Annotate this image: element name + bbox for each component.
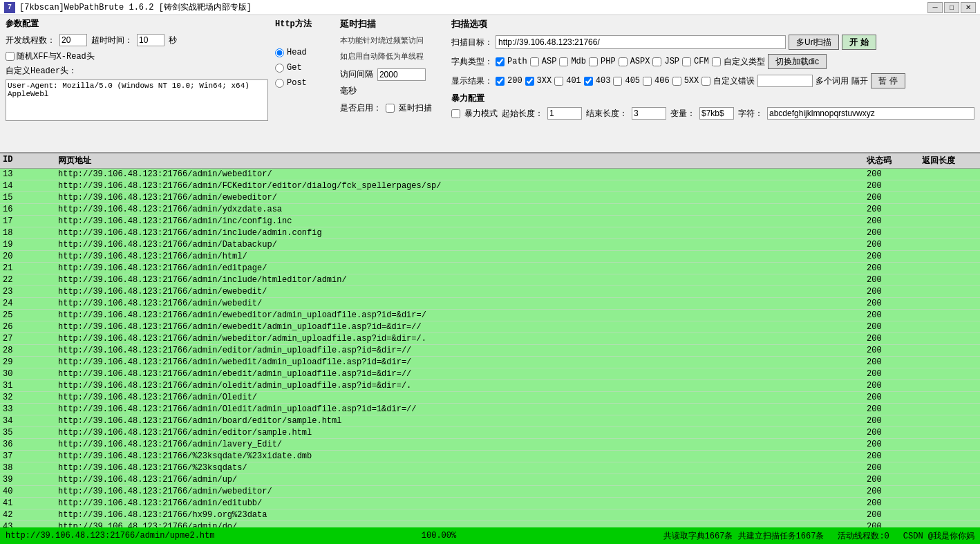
table-row[interactable]: 19 http://39.106.48.123:21766/admin/Data… [0, 239, 980, 251]
start-len-input[interactable] [547, 107, 582, 120]
delay-enable-checkbox[interactable] [386, 104, 395, 113]
table-row[interactable]: 31 http://39.106.48.123:21766/admin/oled… [0, 380, 980, 392]
table-row[interactable]: 42 http://39.106.48.123:21766/hx99.org%2… [0, 509, 980, 521]
table-row[interactable]: 26 http://39.106.48.123:21766/admin/eweb… [0, 321, 980, 333]
radio-get: Get [275, 63, 333, 73]
table-row[interactable]: 28 http://39.106.48.123:21766/admin/edit… [0, 345, 980, 357]
row-id: 20 [3, 252, 58, 261]
scan-options-section: 扫描选项 扫描目标： 多Url扫描 开 始 字典类型： Path ASP Mdb [451, 18, 974, 149]
dict-type-row: 字典类型： Path ASP Mdb PHP ASPX JSP CFM [451, 54, 974, 69]
radio-post-input[interactable] [275, 79, 284, 88]
table-row[interactable]: 40 http://39.106.48.123:21766/admin/webe… [0, 486, 980, 498]
result-3xx-checkbox[interactable] [525, 77, 534, 86]
table-row[interactable]: 27 http://39.106.48.123:21766/admin/webe… [0, 333, 980, 345]
status-bar: http://39.106.48.123:21766/admin/upme2.h… [0, 527, 980, 544]
result-406-label: 406 [654, 76, 670, 86]
row-status: 200 [867, 498, 922, 508]
dict-path-checkbox[interactable] [496, 57, 505, 66]
row-length [922, 275, 977, 285]
table-row[interactable]: 43 http://39.106.48.123:21766/admin/do/ … [0, 521, 980, 527]
table-row[interactable]: 30 http://39.106.48.123:21766/admin/ebed… [0, 368, 980, 380]
result-403-label: 403 [596, 76, 611, 86]
radio-get-input[interactable] [275, 64, 284, 73]
status-watermark: CSDN @我是你你妈 [903, 530, 974, 542]
start-button[interactable]: 开 始 [842, 35, 876, 50]
table-row[interactable]: 14 http://39.106.48.123:21766/admin/FCKe… [0, 180, 980, 192]
dict-cfm-checkbox[interactable] [682, 57, 691, 66]
table-row[interactable]: 25 http://39.106.48.123:21766/admin/eweb… [0, 310, 980, 321]
table-row[interactable]: 17 http://39.106.48.123:21766/admin/inc/… [0, 216, 980, 227]
dict-php-checkbox[interactable] [589, 57, 598, 66]
table-row[interactable]: 41 http://39.106.48.123:21766/admin/edit… [0, 498, 980, 509]
row-url: http://39.106.48.123:21766/admin/up/ [58, 475, 867, 485]
row-status: 200 [867, 522, 922, 527]
brute-title: 暴力配置 [451, 93, 974, 104]
dict-mdb-checkbox[interactable] [559, 57, 568, 66]
minimize-button[interactable]: ─ [927, 2, 943, 13]
close-button[interactable]: ✕ [961, 2, 976, 13]
dict-aspx-checkbox[interactable] [619, 57, 628, 66]
radio-head: Head [275, 48, 333, 57]
scan-title: 扫描选项 [451, 18, 974, 30]
col-id: ID [3, 155, 58, 167]
table-row[interactable]: 23 http://39.106.48.123:21766/admin/eweb… [0, 286, 980, 298]
threads-input[interactable] [59, 34, 87, 46]
custom-error-input[interactable] [757, 75, 813, 87]
chars-input[interactable] [767, 107, 974, 120]
row-length [922, 440, 977, 449]
row-status: 200 [867, 334, 922, 344]
multi-url-button[interactable]: 多Url扫描 [789, 35, 839, 50]
result-401-checkbox[interactable] [554, 77, 563, 86]
result-406-checkbox[interactable] [643, 77, 652, 86]
dict-jsp-checkbox[interactable] [652, 57, 661, 66]
table-row[interactable]: 13 http://39.106.48.123:21766/admin/webe… [0, 169, 980, 180]
row-url: http://39.106.48.123:21766/admin/ewebedi… [58, 310, 867, 320]
table-row[interactable]: 36 http://39.106.48.123:21766/admin/lave… [0, 439, 980, 451]
table-row[interactable]: 39 http://39.106.48.123:21766/admin/up/ … [0, 474, 980, 486]
table-row[interactable]: 37 http://39.106.48.123:21766/%23ksqdate… [0, 451, 980, 462]
result-custom-checkbox[interactable] [701, 77, 710, 86]
result-5xx-checkbox[interactable] [672, 77, 681, 86]
pause-button[interactable]: 暂 停 [871, 73, 905, 88]
delay-section: 延时扫描 本功能针对绕过频繁访问 如启用自动降低为单线程 访问间隔 毫秒 是否启… [340, 18, 444, 149]
end-len-input[interactable] [632, 107, 666, 120]
interval-input[interactable] [377, 68, 426, 81]
table-row[interactable]: 20 http://39.106.48.123:21766/admin/html… [0, 251, 980, 263]
table-row[interactable]: 33 http://39.106.48.123:21766/admin/Oled… [0, 404, 980, 415]
dict-custom-checkbox[interactable] [712, 57, 721, 66]
row-url: http://39.106.48.123:21766/admin/oledit/… [58, 381, 867, 391]
dict-asp-label: ASP [542, 57, 557, 66]
table-row[interactable]: 29 http://39.106.48.123:21766/admin/webe… [0, 357, 980, 368]
result-401-label: 401 [566, 76, 581, 86]
result-200-checkbox[interactable] [496, 77, 505, 86]
table-row[interactable]: 35 http://39.106.48.123:21766/admin/edit… [0, 427, 980, 439]
maximize-button[interactable]: □ [944, 2, 959, 13]
row-url: http://39.106.48.123:21766/%23ksqdate/%2… [58, 451, 867, 461]
random-xff-checkbox[interactable] [6, 52, 15, 61]
table-row[interactable]: 38 http://39.106.48.123:21766/%23ksqdats… [0, 462, 980, 474]
table-row[interactable]: 24 http://39.106.48.123:21766/admin/webe… [0, 298, 980, 310]
timeout-unit: 秒 [169, 35, 177, 46]
table-row[interactable]: 34 http://39.106.48.123:21766/admin/boar… [0, 415, 980, 427]
result-405-checkbox[interactable] [613, 77, 622, 86]
var-input[interactable] [699, 107, 734, 120]
header-textarea[interactable]: User-Agent: Mozilla/5.0 (Windows NT 10.0… [6, 79, 268, 121]
dict-asp-checkbox[interactable] [530, 57, 539, 66]
table-row[interactable]: 32 http://39.106.48.123:21766/admin/Oled… [0, 392, 980, 404]
table-row[interactable]: 15 http://39.106.48.123:21766/admin/eweb… [0, 192, 980, 204]
table-row[interactable]: 22 http://39.106.48.123:21766/admin/incl… [0, 274, 980, 286]
app-icon: 7 [4, 2, 15, 13]
brute-mode-checkbox[interactable] [451, 109, 460, 118]
target-input[interactable] [496, 35, 786, 49]
dict-mdb-label: Mdb [571, 57, 586, 66]
row-status: 200 [867, 181, 922, 191]
switch-dic-button[interactable]: 切换加载dic [768, 54, 827, 69]
table-row[interactable]: 16 http://39.106.48.123:21766/admin/ydxz… [0, 204, 980, 216]
result-403-checkbox[interactable] [584, 77, 593, 86]
timeout-input[interactable] [137, 34, 164, 46]
table-row[interactable]: 21 http://39.106.48.123:21766/admin/edit… [0, 263, 980, 274]
table-row[interactable]: 18 http://39.106.48.123:21766/admin/incl… [0, 227, 980, 239]
radio-head-input[interactable] [275, 48, 284, 57]
row-status: 200 [867, 205, 922, 214]
row-id: 36 [3, 440, 58, 449]
